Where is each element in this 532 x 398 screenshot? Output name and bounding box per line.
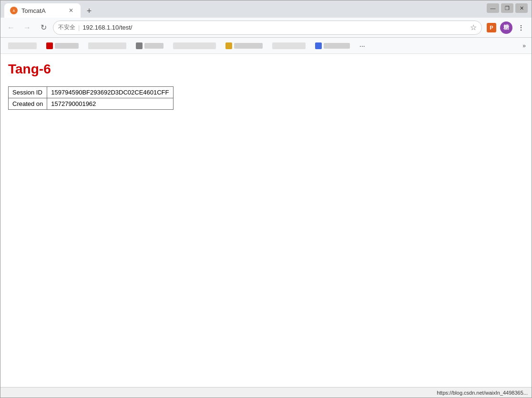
address-separator: | bbox=[78, 24, 80, 31]
created-on-value: 1572790001962 bbox=[47, 98, 173, 110]
profile-icon-2[interactable]: 糖 bbox=[500, 21, 512, 34]
table-row-created-on: Created on 1572790001962 bbox=[9, 98, 174, 110]
bookmark-item-6[interactable] bbox=[222, 41, 266, 51]
status-url: https://blog.csdn.net/waixIn_4498365... bbox=[437, 390, 528, 396]
browser-window: — ❐ ✕ A TomcatA ✕ + ← → ↻ 不安全 | 192.168.… bbox=[0, 0, 532, 398]
session-id-label: Session ID bbox=[9, 87, 47, 98]
close-button[interactable]: ✕ bbox=[515, 3, 528, 13]
window-controls: — ❐ ✕ bbox=[487, 3, 528, 13]
bookmark-item-8[interactable] bbox=[311, 41, 354, 51]
security-indicator: 不安全 bbox=[58, 23, 75, 31]
navigation-bar: ← → ↻ 不安全 | 192.168.1.10/test/ ☆ P 糖 ⋮ bbox=[0, 18, 532, 38]
tab-close-button[interactable]: ✕ bbox=[67, 7, 75, 14]
page-content: Tang-6 Session ID 159794590BF293692D3DC0… bbox=[0, 54, 532, 387]
new-tab-button[interactable]: + bbox=[82, 4, 96, 18]
menu-button[interactable]: ⋮ bbox=[514, 21, 528, 34]
page-title: Tang-6 bbox=[8, 62, 524, 77]
session-id-value: 159794590BF293692D3DC02CE4601CFF bbox=[47, 87, 173, 98]
status-bar: https://blog.csdn.net/waixIn_4498365... bbox=[0, 387, 532, 398]
tab-title: TomcatA bbox=[21, 7, 46, 14]
bookmarks-bar: ··· » bbox=[0, 38, 532, 54]
bookmark-item-1[interactable] bbox=[4, 41, 41, 51]
bookmark-item-5[interactable] bbox=[169, 41, 220, 51]
bookmark-item-7[interactable] bbox=[268, 41, 309, 51]
tab-row: — ❐ ✕ A TomcatA ✕ + bbox=[0, 0, 532, 18]
tab-favicon: A bbox=[10, 7, 18, 14]
nav-icon-group: P 糖 ⋮ bbox=[485, 21, 528, 34]
minimize-button[interactable]: — bbox=[487, 3, 499, 13]
bookmark-item-4[interactable] bbox=[132, 41, 167, 51]
refresh-button[interactable]: ↻ bbox=[37, 21, 50, 34]
extensions-button[interactable]: P bbox=[485, 21, 498, 34]
bookmark-star-icon[interactable]: ☆ bbox=[470, 23, 477, 32]
active-tab[interactable]: A TomcatA ✕ bbox=[4, 3, 81, 18]
back-button[interactable]: ← bbox=[4, 21, 18, 34]
bookmarks-extend-button[interactable]: » bbox=[521, 41, 528, 51]
address-bar[interactable]: 不安全 | 192.168.1.10/test/ ☆ bbox=[53, 21, 482, 35]
url-display: 192.168.1.10/test/ bbox=[82, 24, 467, 31]
bookmark-item-3[interactable] bbox=[84, 41, 130, 51]
bookmark-item-2[interactable] bbox=[42, 41, 82, 51]
restore-button[interactable]: ❐ bbox=[501, 3, 513, 13]
forward-button[interactable]: → bbox=[20, 21, 34, 34]
bookmark-item-dots[interactable]: ··· bbox=[356, 40, 369, 52]
table-row-session-id: Session ID 159794590BF293692D3DC02CE4601… bbox=[9, 87, 174, 98]
svg-text:A: A bbox=[13, 9, 15, 12]
session-table: Session ID 159794590BF293692D3DC02CE4601… bbox=[8, 86, 174, 110]
created-on-label: Created on bbox=[9, 98, 47, 110]
